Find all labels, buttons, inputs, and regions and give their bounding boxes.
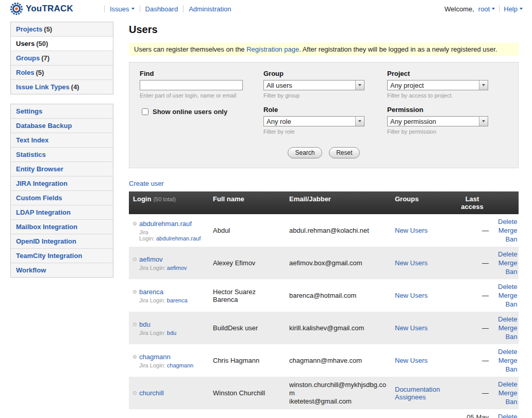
- email-header[interactable]: Email/Jabber: [285, 191, 391, 214]
- sidebar-item-label[interactable]: Database Backup: [16, 122, 72, 130]
- merge-link[interactable]: Merge: [498, 259, 518, 267]
- actions-header: [494, 191, 519, 214]
- sidebar-item-label[interactable]: Groups: [16, 54, 40, 62]
- user-menu[interactable]: root: [478, 5, 495, 13]
- group-link[interactable]: Documentation Assignees: [395, 385, 440, 401]
- youtrack-logo[interactable]: YouTRACK: [10, 3, 73, 15]
- ban-link[interactable]: Ban: [505, 365, 517, 374]
- group-link[interactable]: New Users: [395, 259, 428, 267]
- merge-link[interactable]: Merge: [498, 226, 518, 235]
- login-sub-link[interactable]: bdu: [167, 330, 176, 336]
- sidebar-item-label[interactable]: JIRA Integration: [16, 180, 68, 187]
- group-link[interactable]: New Users: [395, 227, 428, 234]
- sidebar-item-label[interactable]: Roles: [16, 69, 34, 76]
- registration-page-link[interactable]: Registration page: [246, 45, 299, 53]
- delete-link[interactable]: Delete: [498, 315, 518, 324]
- sidebar-item-label[interactable]: Entity Browser: [16, 165, 63, 173]
- login-sub-link[interactable]: abdulrehman.rauf: [156, 235, 201, 242]
- sidebar-item-label[interactable]: TeamCity Integration: [16, 252, 82, 260]
- sidebar-item-openid-integration[interactable]: OpenID Integration: [11, 234, 113, 249]
- sidebar-item-label[interactable]: Mailbox Integration: [16, 223, 77, 231]
- find-input[interactable]: [140, 80, 243, 90]
- reset-button[interactable]: Reset: [329, 147, 359, 158]
- login-sub-line: Jira Login:aefimov: [133, 265, 205, 271]
- sidebar-item-label[interactable]: OpenID Integration: [16, 237, 76, 245]
- delete-link[interactable]: Delete: [498, 380, 518, 389]
- sidebar-item-entity-browser[interactable]: Entity Browser: [11, 162, 113, 176]
- ban-link[interactable]: Ban: [505, 300, 517, 309]
- delete-link[interactable]: Delete: [498, 282, 518, 291]
- sidebar-item-mailbox-integration[interactable]: Mailbox Integration: [11, 220, 113, 234]
- group-link[interactable]: New Users: [395, 357, 428, 364]
- sidebar-item-label[interactable]: Issue Link Types: [16, 83, 70, 91]
- chevron-down-icon: [479, 117, 488, 126]
- sidebar-item-label[interactable]: Users: [16, 40, 35, 47]
- sidebar-item-label[interactable]: Custom Fields: [16, 194, 62, 202]
- sidebar-item-teamcity-integration[interactable]: TeamCity Integration: [11, 249, 113, 263]
- sidebar-item-roles[interactable]: Roles(5): [11, 66, 113, 80]
- delete-link[interactable]: Delete: [498, 347, 518, 356]
- merge-link[interactable]: Merge: [498, 324, 518, 332]
- ban-link[interactable]: Ban: [505, 332, 517, 341]
- sidebar-item-label[interactable]: Statistics: [16, 151, 46, 158]
- delete-link[interactable]: Delete: [498, 217, 518, 226]
- sidebar-item-settings[interactable]: Settings: [11, 104, 113, 119]
- last-access-header[interactable]: Last access: [453, 191, 494, 214]
- sidebar-item-ldap-integration[interactable]: LDAP Integration: [11, 205, 113, 220]
- sidebar-item-label[interactable]: LDAP Integration: [16, 208, 71, 216]
- create-user-link[interactable]: Create user: [129, 180, 164, 187]
- nav-administration[interactable]: Administration: [189, 5, 231, 13]
- nav-issues[interactable]: Issues: [110, 5, 135, 13]
- login-sub-line: Jira Login:abdulrehman.rauf: [133, 229, 205, 242]
- online-only-checkbox[interactable]: [142, 108, 148, 115]
- sidebar-item-projects[interactable]: Projects(5): [11, 22, 113, 37]
- actions-cell: Delete Merge Ban: [494, 247, 522, 279]
- sidebar-item-label[interactable]: Projects: [16, 25, 42, 33]
- user-login-link[interactable]: aefimov: [139, 255, 163, 263]
- search-button[interactable]: Search: [288, 147, 322, 158]
- permission-select[interactable]: Any permission: [387, 116, 488, 126]
- login-sub-link[interactable]: barenca: [167, 297, 188, 303]
- groups-header[interactable]: Groups: [391, 191, 453, 214]
- sidebar-item-label[interactable]: Workflow: [16, 266, 46, 274]
- sidebar-item-statistics[interactable]: Statistics: [11, 148, 113, 162]
- login-sub-link[interactable]: chagmann: [167, 362, 193, 368]
- sidebar-item-groups[interactable]: Groups(7): [11, 51, 113, 66]
- filter-buttons: Search Reset: [140, 147, 508, 158]
- full-name-header[interactable]: Full name: [209, 191, 285, 214]
- sidebar-item-users[interactable]: Users(50): [11, 37, 113, 51]
- user-login-link[interactable]: barenca: [139, 288, 163, 296]
- sidebar-item-label[interactable]: Settings: [16, 107, 42, 115]
- role-select[interactable]: Any role: [263, 116, 364, 126]
- sidebar-item-text-index[interactable]: Text Index: [11, 133, 113, 148]
- project-select[interactable]: Any project: [387, 80, 488, 90]
- sidebar-item-label[interactable]: Text Index: [16, 136, 48, 144]
- merge-link[interactable]: Merge: [498, 389, 518, 397]
- sidebar-item-workflow[interactable]: Workflow: [11, 263, 113, 277]
- user-login-link[interactable]: churchill: [139, 389, 164, 397]
- groups-cell: New Users: [391, 256, 453, 270]
- sidebar-item-custom-fields[interactable]: Custom Fields: [11, 191, 113, 205]
- delete-link[interactable]: Delete: [498, 412, 518, 418]
- help-menu[interactable]: Help: [504, 5, 523, 13]
- group-link[interactable]: New Users: [395, 292, 428, 299]
- sidebar-item-jira-integration[interactable]: JIRA Integration: [11, 176, 113, 191]
- sidebar-group-access: Projects(5) Users(50) Groups(7) Roles(5)…: [10, 22, 113, 94]
- sidebar-item-issue-link-types[interactable]: Issue Link Types(4): [11, 80, 113, 94]
- ban-link[interactable]: Ban: [505, 397, 517, 406]
- group-select[interactable]: All users: [263, 80, 364, 90]
- user-login-link[interactable]: chagmann: [139, 353, 171, 361]
- ban-link[interactable]: Ban: [505, 267, 517, 276]
- login-header[interactable]: Login(50 total): [129, 191, 209, 214]
- merge-link[interactable]: Merge: [498, 356, 518, 365]
- user-login-link[interactable]: bdu: [139, 320, 151, 328]
- login-sub-link[interactable]: aefimov: [167, 265, 187, 271]
- last-access-cell: —: [453, 386, 494, 400]
- user-login-link[interactable]: abdulrehman.rauf: [139, 220, 192, 228]
- merge-link[interactable]: Merge: [498, 291, 518, 300]
- ban-link[interactable]: Ban: [505, 235, 517, 244]
- delete-link[interactable]: Delete: [498, 250, 518, 259]
- nav-dashboard[interactable]: Dashboard: [145, 5, 178, 13]
- group-link[interactable]: New Users: [395, 324, 428, 332]
- sidebar-item-database-backup[interactable]: Database Backup: [11, 119, 113, 133]
